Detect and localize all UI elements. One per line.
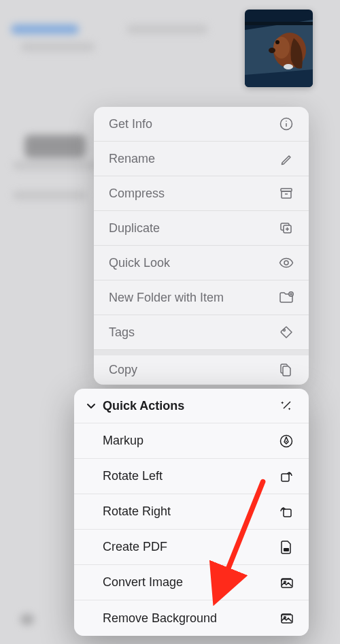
rotate-right-icon	[279, 504, 294, 519]
chevron-down-icon	[84, 402, 99, 409]
quick-action-create-pdf[interactable]: Create PDF	[74, 530, 309, 565]
submenu-item-label: Rotate Right	[103, 504, 171, 519]
menu-item-tags[interactable]: Tags	[94, 315, 309, 350]
eye-icon	[279, 255, 294, 270]
quick-actions-title: Quick Actions	[103, 399, 184, 413]
doc-pdf-icon	[279, 540, 294, 555]
menu-item-compress[interactable]: Compress	[94, 176, 309, 211]
svg-line-22	[284, 402, 290, 408]
svg-point-21	[284, 329, 286, 332]
plus-on-square-icon	[279, 221, 294, 236]
svg-point-29	[284, 581, 286, 583]
svg-point-4	[275, 40, 279, 44]
svg-point-31	[284, 617, 286, 619]
menu-item-label: Get Info	[109, 117, 152, 131]
pen-tip-icon	[279, 434, 294, 449]
photo-stack-icon	[279, 611, 294, 626]
menu-item-copy[interactable]: Copy	[94, 350, 309, 385]
submenu-item-label: Create PDF	[103, 540, 167, 554]
quick-action-remove-background[interactable]: Remove Background	[74, 600, 309, 636]
photo-stack-icon	[279, 575, 294, 590]
quick-actions-header[interactable]: Quick Actions	[74, 389, 309, 423]
menu-item-label: New Folder with Item	[109, 291, 224, 305]
quick-action-rotate-right[interactable]: Rotate Right	[74, 494, 309, 530]
info-circle-icon	[279, 116, 294, 131]
svg-rect-7	[245, 22, 313, 25]
svg-point-24	[286, 440, 287, 442]
submenu-item-label: Rotate Left	[103, 469, 163, 483]
tag-icon	[279, 325, 294, 340]
submenu-item-label: Convert Image	[103, 575, 183, 590]
menu-item-label: Quick Look	[109, 256, 170, 270]
file-thumbnail[interactable]	[245, 10, 313, 87]
menu-item-label: Tags	[109, 325, 135, 340]
svg-rect-27	[284, 548, 289, 551]
menu-item-duplicate[interactable]: Duplicate	[94, 211, 309, 246]
folder-plus-icon	[279, 290, 294, 305]
submenu-item-label: Markup	[103, 434, 143, 448]
svg-point-10	[286, 120, 287, 122]
svg-rect-26	[284, 509, 291, 517]
svg-rect-25	[282, 474, 289, 481]
menu-item-label: Copy	[109, 363, 137, 377]
sparkle-wand-icon	[279, 398, 294, 413]
svg-point-5	[269, 48, 275, 53]
quick-actions-panel: Quick Actions Markup Rotate Left Rotate …	[74, 389, 309, 636]
rotate-left-icon	[279, 469, 294, 484]
svg-rect-12	[282, 191, 291, 198]
pencil-icon	[279, 151, 294, 166]
archivebox-icon	[279, 186, 294, 201]
quick-action-markup[interactable]: Markup	[74, 423, 309, 459]
svg-point-6	[284, 64, 293, 69]
menu-item-label: Compress	[109, 187, 165, 201]
quick-action-rotate-left[interactable]: Rotate Left	[74, 459, 309, 494]
doc-on-doc-icon	[279, 363, 294, 378]
context-menu: Get Info Rename Compress Duplicate Quick…	[94, 107, 309, 385]
menu-item-get-info[interactable]: Get Info	[94, 107, 309, 142]
menu-item-quick-look[interactable]: Quick Look	[94, 246, 309, 280]
submenu-item-label: Remove Background	[103, 611, 217, 626]
menu-item-label: Duplicate	[109, 221, 160, 236]
menu-item-label: Rename	[109, 152, 155, 166]
quick-action-convert-image[interactable]: Convert Image	[74, 565, 309, 600]
svg-point-3	[273, 37, 290, 59]
menu-item-rename[interactable]: Rename	[94, 142, 309, 176]
svg-point-17	[284, 261, 288, 265]
menu-item-new-folder[interactable]: New Folder with Item	[94, 280, 309, 315]
